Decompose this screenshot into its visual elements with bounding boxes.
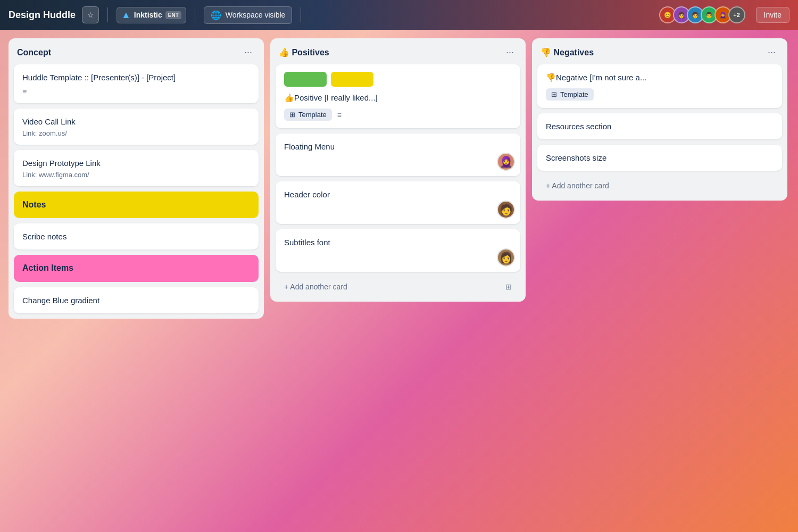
add-card-button-positives[interactable]: + Add another card ⊞ (276, 277, 520, 296)
add-card-button-negatives[interactable]: + Add another card (537, 176, 782, 195)
column-positives-header: 👍 Positives ··· (270, 38, 526, 64)
team-logo-icon: ▲ (121, 10, 131, 21)
add-card-label-positives: + Add another card (284, 282, 347, 291)
column-concept-more-button[interactable]: ··· (241, 46, 255, 59)
team-plan-badge: ENT (165, 11, 181, 19)
card-floating-menu[interactable]: Floating Menu 🧕 (276, 134, 520, 176)
team-selector[interactable]: ▲ Inktistic ENT (117, 7, 186, 23)
star-button[interactable]: ☆ (82, 6, 99, 23)
card-design-prototype[interactable]: Design Prototype Link Link: www.figma.co… (14, 150, 259, 186)
column-negatives-more-button[interactable]: ··· (764, 46, 779, 59)
column-concept: Concept ··· Huddle Template :: [Presente… (9, 38, 264, 319)
column-negatives-title: 👎 Negatives (541, 47, 594, 57)
card-huddle-template-title: Huddle Template :: [Presenter(s)] - [Pro… (22, 72, 250, 83)
card-action-items[interactable]: Action Items (14, 255, 259, 281)
card-notes-title: Notes (22, 199, 250, 211)
template-badge: ⊞ Template (284, 109, 332, 121)
avatar-overflow[interactable]: +2 (728, 6, 745, 23)
column-negatives-header: 👎 Negatives ··· (532, 38, 787, 64)
card-design-prototype-subtitle: Link: www.figma.com/ (22, 171, 250, 179)
card-header-color[interactable]: Header color 🧑 (276, 181, 520, 224)
text-align-icon: ≡ (22, 87, 27, 96)
add-card-label-negatives: + Add another card (546, 181, 609, 190)
column-negatives-body: 👎Negative [I'm not sure a... ⊞ Template … (532, 64, 787, 201)
card-header-color-avatar: 🧑 (497, 201, 515, 219)
column-concept-body: Huddle Template :: [Presenter(s)] - [Pro… (9, 64, 264, 319)
card-header-color-title: Header color (284, 189, 512, 200)
app-title: Design Huddle (9, 10, 76, 21)
card-screenshots-size-title: Screenshots size (546, 152, 774, 163)
template-badge-icon: ⊞ (289, 111, 295, 119)
invite-button[interactable]: Invite (756, 7, 789, 23)
card-negative-template-title: 👎Negative [I'm not sure a... (546, 72, 774, 83)
header-divider-3 (301, 7, 301, 22)
kanban-board: Concept ··· Huddle Template :: [Presente… (0, 30, 798, 532)
card-positive-template[interactable]: 👍Positive [I really liked...] ⊞ Template… (276, 64, 520, 128)
card-video-call-title: Video Call Link (22, 116, 250, 127)
negative-template-badge-icon: ⊞ (551, 90, 557, 98)
header-divider (107, 7, 108, 22)
workspace-visibility-button[interactable]: 🌐 Workspace visible (204, 6, 293, 24)
workspace-label: Workspace visible (226, 11, 286, 19)
app-header: Design Huddle ☆ ▲ Inktistic ENT 🌐 Worksp… (0, 0, 798, 30)
card-huddle-template[interactable]: Huddle Template :: [Presenter(s)] - [Pro… (14, 64, 259, 103)
card-video-call[interactable]: Video Call Link Link: zoom.us/ (14, 109, 259, 145)
column-negatives: 👎 Negatives ··· 👎Negative [I'm not sure … (532, 38, 787, 201)
add-card-template-icon: ⊞ (505, 282, 512, 291)
column-concept-title: Concept (17, 48, 51, 57)
team-name: Inktistic (134, 11, 162, 19)
card-design-prototype-title: Design Prototype Link (22, 157, 250, 169)
card-subtitles-font-avatar: 👩 (497, 248, 515, 267)
card-change-blue[interactable]: Change Blue gradient (14, 287, 259, 313)
card-change-blue-title: Change Blue gradient (22, 295, 250, 306)
column-positives-body: 👍Positive [I really liked...] ⊞ Template… (270, 64, 526, 302)
card-positive-template-title: 👍Positive [I really liked...] (284, 92, 512, 103)
column-positives-more-button[interactable]: ··· (503, 46, 517, 59)
member-avatars: 😊 👩 🧑 👨 🧕 +2 (662, 6, 745, 23)
card-floating-menu-avatar: 🧕 (497, 153, 515, 171)
tag-yellow (331, 72, 373, 87)
card-action-items-title: Action Items (22, 262, 250, 274)
globe-icon: 🌐 (211, 10, 221, 20)
card-video-call-subtitle: Link: zoom.us/ (22, 129, 250, 137)
card-resources-section-title: Resources section (546, 121, 774, 132)
negative-template-badge: ⊞ Template (546, 88, 594, 101)
card-screenshots-size[interactable]: Screenshots size (537, 145, 782, 171)
card-negative-template[interactable]: 👎Negative [I'm not sure a... ⊞ Template (537, 64, 782, 108)
card-notes[interactable]: Notes (14, 192, 259, 218)
column-concept-header: Concept ··· (9, 38, 264, 64)
card-resources-section[interactable]: Resources section (537, 113, 782, 139)
tag-green (284, 72, 327, 87)
header-divider-2 (195, 7, 195, 22)
card-scribe-notes[interactable]: Scribe notes (14, 223, 259, 250)
negative-template-badge-label: Template (560, 90, 588, 98)
column-positives: 👍 Positives ··· 👍Positive [I really like… (270, 38, 526, 302)
card-subtitles-font[interactable]: Subtitles font 👩 (276, 229, 520, 272)
column-positives-title: 👍 Positives (279, 47, 329, 57)
menu-icon: ≡ (337, 111, 342, 119)
card-floating-menu-title: Floating Menu (284, 141, 512, 152)
card-subtitles-font-title: Subtitles font (284, 237, 512, 248)
card-scribe-notes-title: Scribe notes (22, 231, 250, 242)
color-tags (284, 72, 512, 87)
template-badge-label: Template (298, 111, 327, 119)
star-icon: ☆ (87, 11, 94, 19)
